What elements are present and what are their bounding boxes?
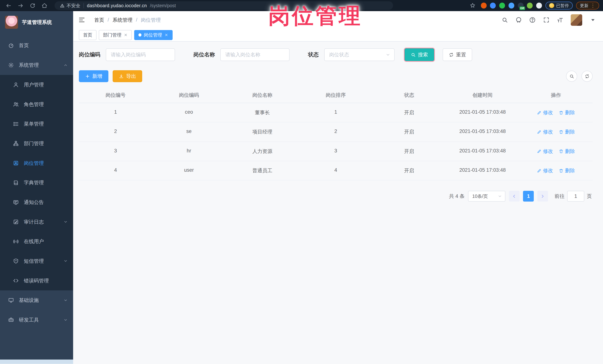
delete-link[interactable]: 删除 <box>559 167 575 174</box>
reload-icon[interactable] <box>28 3 37 9</box>
hamburger-icon[interactable] <box>79 17 85 23</box>
page-size-value: 10条/页 <box>472 193 488 199</box>
back-icon[interactable] <box>4 3 13 9</box>
posts-table: 岗位编号岗位编码岗位名称岗位排序状态创建时间操作 1ceo董事长1开启2021-… <box>79 88 593 180</box>
table-cell: 开启 <box>372 103 446 122</box>
forward-icon[interactable] <box>16 3 25 9</box>
extension-gr-icon[interactable]: GR <box>518 3 523 8</box>
breadcrumb-home[interactable]: 首页 <box>94 17 104 23</box>
extension-settings-icon[interactable] <box>509 3 514 8</box>
search-icon[interactable] <box>501 17 508 23</box>
edit-link[interactable]: 修改 <box>537 109 553 116</box>
tab-close-icon[interactable] <box>164 33 168 37</box>
toggle-search-button[interactable] <box>566 71 577 82</box>
page-unit-label: 页 <box>587 193 592 199</box>
address-bar[interactable]: 不安全 dashboard.yudao.iocoder.cn/system/po… <box>55 1 393 10</box>
post-code-input[interactable] <box>106 48 175 61</box>
fontsize-icon[interactable] <box>557 17 563 23</box>
page-1-button[interactable]: 1 <box>523 191 534 202</box>
sidebar-item-menu-management[interactable]: 菜单管理 <box>0 114 73 134</box>
edit-link[interactable]: 修改 <box>537 129 553 135</box>
export-button[interactable]: 导出 <box>113 70 142 82</box>
sidebar-item-audit-log[interactable]: 审计日志 <box>0 212 73 232</box>
sidebar-item-user-management[interactable]: 用户管理 <box>0 75 73 95</box>
add-button[interactable]: 新增 <box>79 70 108 82</box>
table-toolbar: 新增 导出 <box>79 70 593 82</box>
delete-link[interactable]: 删除 <box>559 129 575 135</box>
tab-post-management[interactable]: 岗位管理 <box>134 30 173 40</box>
extension-orange-icon[interactable] <box>481 3 487 8</box>
question-icon[interactable] <box>529 17 536 23</box>
sidebar-item-system-management[interactable]: 系统管理 <box>0 55 73 75</box>
extensions-puzzle-icon[interactable] <box>536 3 542 8</box>
paused-label: 已暂停 <box>556 3 569 9</box>
browser-menu-icon[interactable]: ⋮ <box>590 3 595 9</box>
tab-close-icon[interactable] <box>124 33 128 37</box>
status-select[interactable]: 岗位状态 <box>324 48 394 61</box>
update-button[interactable]: 更新 ⋮ <box>576 2 599 9</box>
sidebar-item-home[interactable]: 首页 <box>0 36 73 55</box>
pagination-total: 共 4 条 <box>449 193 464 199</box>
edit-link[interactable]: 修改 <box>537 148 553 155</box>
sidebar-item-dept-management[interactable]: 部门管理 <box>0 134 73 153</box>
edit-link-label: 修改 <box>543 129 553 135</box>
sidebar-item-infrastructure[interactable]: 基础设施 <box>0 290 73 310</box>
export-button-label: 导出 <box>126 73 136 79</box>
delete-link-label: 删除 <box>565 129 575 135</box>
code-icon <box>13 278 19 284</box>
sidebar-item-online-users[interactable]: 在线用户 <box>0 232 73 251</box>
search-button[interactable]: 搜索 <box>405 48 434 61</box>
refresh-table-button[interactable] <box>581 71 593 82</box>
table-row: 3hr人力资源3开启2021-01-05 17:03:48修改删除 <box>79 142 593 161</box>
delete-link[interactable]: 删除 <box>559 109 575 116</box>
table-cell: 普通员工 <box>226 161 299 180</box>
page-size-select[interactable]: 10条/页 <box>468 191 505 202</box>
home-icon[interactable] <box>40 3 49 9</box>
edit-link[interactable]: 修改 <box>537 167 553 174</box>
goto-page-input[interactable] <box>567 191 584 202</box>
app-logo-row[interactable]: 芋道管理系统 <box>0 11 73 33</box>
extension-green-check-icon[interactable] <box>499 3 505 8</box>
next-page-button[interactable] <box>537 191 548 202</box>
delete-link[interactable]: 删除 <box>559 148 575 155</box>
extension-pin-icon[interactable] <box>490 3 496 8</box>
status-label: 状态 <box>308 51 319 58</box>
insecure-label: 不安全 <box>67 3 80 9</box>
user-avatar[interactable] <box>571 14 582 26</box>
prev-page-button[interactable] <box>509 191 520 202</box>
security-status[interactable]: 不安全 <box>60 3 80 9</box>
sidebar-item-error-code-management[interactable]: 错误码管理 <box>0 271 73 291</box>
sidebar-item-post-management[interactable]: 岗位管理 <box>0 153 73 173</box>
sidebar-item-label: 审计日志 <box>24 219 44 225</box>
fullscreen-icon[interactable] <box>543 17 550 23</box>
sidebar-item-label: 首页 <box>19 42 29 49</box>
star-icon[interactable] <box>468 3 477 8</box>
sidebar-item-label: 系统管理 <box>19 62 39 68</box>
table-cell: hr <box>152 142 225 161</box>
sidebar-item-role-management[interactable]: 角色管理 <box>0 95 73 114</box>
tab-home[interactable]: 首页 <box>79 30 96 40</box>
paused-pill[interactable]: 已暂停 <box>545 2 573 9</box>
arrow-left-icon <box>512 194 517 199</box>
sidebar-menu: 首页系统管理用户管理角色管理菜单管理部门管理岗位管理字典管理通知公告审计日志在线… <box>0 33 73 360</box>
content: 岗位编码 岗位名称 状态 岗位状态 搜索 重置 <box>73 42 603 364</box>
edit-square-icon <box>13 219 19 225</box>
monitor-icon <box>8 298 14 303</box>
sidebar-item-label: 角色管理 <box>24 101 44 108</box>
tabs-bar: 首页部门管理岗位管理 <box>73 29 603 41</box>
sidebar-item-notice-announcement[interactable]: 通知公告 <box>0 192 73 212</box>
book-icon <box>13 180 19 186</box>
reset-button[interactable]: 重置 <box>443 48 472 61</box>
chevron-down-icon <box>63 259 68 263</box>
post-name-input[interactable] <box>220 48 290 61</box>
url-separator <box>83 3 84 8</box>
sidebar-item-dict-management[interactable]: 字典管理 <box>0 173 73 192</box>
edit-link-label: 修改 <box>543 167 553 174</box>
github-icon[interactable] <box>515 17 522 23</box>
sidebar-item-label: 错误码管理 <box>24 277 49 284</box>
extension-plant-icon[interactable] <box>527 3 533 8</box>
breadcrumb-system[interactable]: 系统管理 <box>113 17 132 23</box>
sidebar-item-dev-tools[interactable]: 研发工具 <box>0 310 73 330</box>
tab-dept-management[interactable]: 部门管理 <box>99 30 132 40</box>
sidebar-item-sms-management[interactable]: 短信管理 <box>0 251 73 271</box>
